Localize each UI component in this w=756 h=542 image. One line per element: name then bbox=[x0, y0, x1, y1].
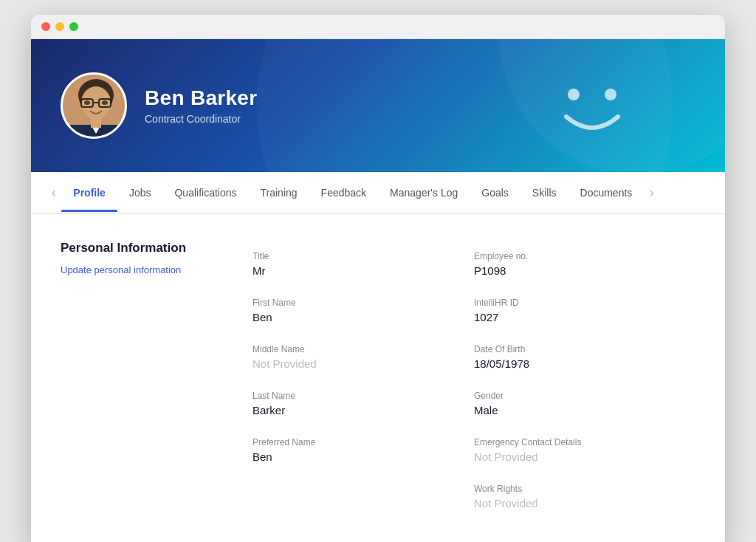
tab-profile[interactable]: Profile bbox=[61, 174, 117, 212]
svg-point-0 bbox=[568, 89, 580, 100]
fields-left-col: Title Mr First Name Ben Middle Name Not … bbox=[252, 241, 474, 520]
fields-grid: Title Mr First Name Ben Middle Name Not … bbox=[252, 241, 695, 520]
field-employee-no: Employee no. P1098 bbox=[474, 241, 695, 287]
tab-documents[interactable]: Documents bbox=[568, 174, 645, 212]
app-window: Ben Barker Contract Coordinator ‹ Profil… bbox=[31, 15, 725, 542]
window-chrome bbox=[31, 15, 725, 39]
user-title: Contract Coordinator bbox=[145, 113, 257, 125]
update-personal-info-link[interactable]: Update personal information bbox=[61, 264, 181, 275]
nav-next-button[interactable]: › bbox=[644, 172, 659, 213]
field-title: Title Mr bbox=[252, 241, 474, 287]
tab-managers-log[interactable]: Manager's Log bbox=[378, 174, 470, 212]
field-preferred-name: Preferred Name Ben bbox=[252, 427, 474, 473]
sidebar-col: Personal Information Update personal inf… bbox=[61, 241, 223, 520]
nav-prev-button[interactable]: ‹ bbox=[46, 172, 61, 213]
tab-training[interactable]: Training bbox=[249, 174, 309, 212]
user-details: Ben Barker Contract Coordinator bbox=[145, 86, 257, 125]
tab-jobs[interactable]: Jobs bbox=[117, 174, 163, 212]
svg-rect-14 bbox=[91, 117, 101, 128]
tab-feedback[interactable]: Feedback bbox=[309, 174, 378, 212]
field-last-name: Last Name Barker bbox=[252, 380, 474, 427]
header-banner: Ben Barker Contract Coordinator bbox=[31, 39, 725, 172]
svg-point-1 bbox=[605, 89, 616, 100]
smiley-decoration bbox=[548, 61, 636, 150]
field-first-name: First Name Ben bbox=[252, 287, 474, 334]
field-work-rights: Work Rights Not Provided bbox=[474, 473, 695, 520]
field-middle-name: Middle Name Not Provided bbox=[252, 334, 474, 380]
section-title: Personal Information bbox=[61, 241, 223, 255]
main-content: Personal Information Update personal inf… bbox=[31, 214, 725, 542]
tab-qualifications[interactable]: Qualifications bbox=[162, 174, 248, 212]
user-info: Ben Barker Contract Coordinator bbox=[61, 72, 257, 139]
field-emergency-contact: Emergency Contact Details Not Provided bbox=[474, 427, 695, 473]
minimize-dot[interactable] bbox=[55, 22, 64, 31]
close-dot[interactable] bbox=[41, 22, 50, 31]
svg-point-11 bbox=[102, 100, 108, 105]
field-intellihr-id: IntelliHR ID 1027 bbox=[474, 287, 695, 334]
maximize-dot[interactable] bbox=[69, 22, 78, 31]
tab-goals[interactable]: Goals bbox=[470, 174, 520, 212]
field-gender: Gender Male bbox=[474, 380, 695, 427]
nav-tabs: ‹ Profile Jobs Qualifications Training F… bbox=[31, 172, 725, 214]
user-name: Ben Barker bbox=[145, 86, 257, 110]
avatar bbox=[61, 72, 127, 139]
fields-right-col: Employee no. P1098 IntelliHR ID 1027 Dat… bbox=[474, 241, 695, 520]
field-date-of-birth: Date Of Birth 18/05/1978 bbox=[474, 334, 695, 380]
tab-skills[interactable]: Skills bbox=[520, 174, 568, 212]
svg-point-10 bbox=[84, 100, 90, 105]
